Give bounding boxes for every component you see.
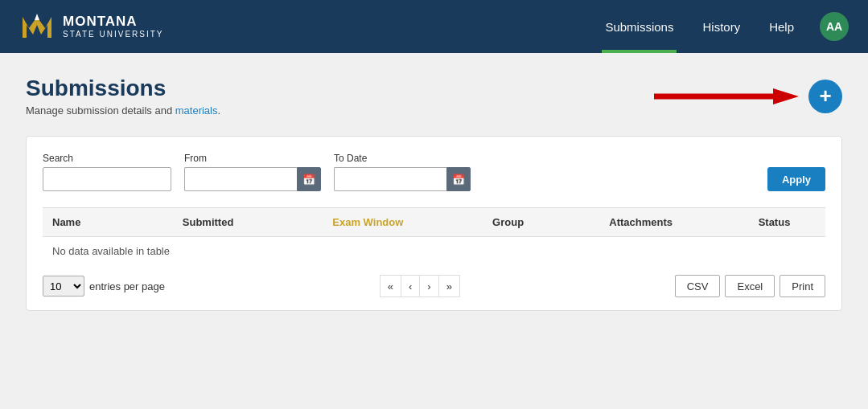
table-header: Name Submitted Exam Window Group Attachm… — [43, 208, 825, 237]
col-submitted: Submitted — [138, 208, 278, 237]
user-avatar[interactable]: AA — [820, 12, 849, 41]
pagination-next[interactable]: › — [419, 275, 438, 297]
table-row: No data available in table — [43, 237, 825, 266]
pagination-prev[interactable]: ‹ — [401, 275, 419, 297]
pagination-first[interactable]: « — [380, 275, 401, 297]
search-group: Search — [43, 153, 171, 191]
svg-marker-4 — [773, 88, 799, 104]
main-nav: Submissions History Help AA — [602, 0, 849, 53]
from-date-group: 📅 — [184, 167, 321, 191]
csv-button[interactable]: CSV — [675, 275, 721, 297]
col-name: Name — [43, 208, 138, 237]
from-date-input[interactable] — [184, 167, 297, 191]
app-header: MONTANA STATE UNIVERSITY Submissions His… — [0, 0, 868, 53]
main-content: Submissions Manage submission details an… — [0, 53, 868, 333]
arrow-plus-area: + — [654, 80, 842, 113]
to-date-input-group: 📅 — [334, 167, 471, 191]
nav-submissions[interactable]: Submissions — [602, 0, 677, 53]
calendar-icon: 📅 — [302, 174, 315, 186]
nav-history[interactable]: History — [699, 0, 743, 53]
search-input[interactable] — [43, 167, 171, 191]
search-label: Search — [43, 153, 171, 164]
no-data-message: No data available in table — [43, 237, 825, 266]
to-date-input[interactable] — [334, 167, 446, 191]
table-body: No data available in table — [43, 237, 825, 266]
red-arrow — [654, 85, 799, 108]
export-buttons: CSV Excel Print — [675, 275, 825, 297]
page-title: Submissions — [26, 76, 220, 101]
logo-text: MONTANA STATE UNIVERSITY — [63, 14, 164, 39]
from-label: From — [184, 153, 321, 164]
logo-state-univ: STATE UNIVERSITY — [63, 30, 164, 39]
entries-select[interactable]: 10 25 50 100 — [43, 276, 84, 297]
col-status: Status — [723, 208, 825, 237]
from-group: From 📅 — [184, 153, 321, 191]
pagination-last[interactable]: » — [438, 275, 460, 297]
page-subtitle: Manage submission details and materials. — [26, 104, 220, 117]
logo-montana: MONTANA — [63, 14, 164, 30]
to-calendar-button[interactable]: 📅 — [446, 167, 471, 191]
entries-label: entries per page — [89, 280, 165, 292]
page-title-area: Submissions Manage submission details an… — [26, 76, 220, 117]
apply-button[interactable]: Apply — [767, 167, 825, 191]
to-date-label: To Date — [334, 153, 471, 164]
excel-button[interactable]: Excel — [725, 275, 775, 297]
submissions-table: Name Submitted Exam Window Group Attachm… — [43, 208, 825, 265]
materials-link[interactable]: materials — [175, 104, 218, 117]
add-submission-button[interactable]: + — [808, 80, 842, 113]
table-footer: 10 25 50 100 entries per page « ‹ › » CS… — [43, 275, 825, 297]
submissions-card: Search From 📅 To Date 📅 — [26, 136, 842, 311]
col-attachments: Attachments — [558, 208, 723, 237]
nav-help[interactable]: Help — [766, 0, 797, 53]
from-calendar-button[interactable]: 📅 — [297, 167, 321, 191]
logo-area: MONTANA STATE UNIVERSITY — [19, 9, 164, 44]
col-group: Group — [458, 208, 558, 237]
pagination: « ‹ › » — [380, 275, 460, 297]
col-exam-window: Exam Window — [278, 208, 458, 237]
calendar-icon-2: 📅 — [452, 174, 465, 186]
to-date-group: To Date 📅 — [334, 153, 471, 191]
entries-per-page: 10 25 50 100 entries per page — [43, 276, 165, 297]
filter-row: Search From 📅 To Date 📅 — [43, 153, 825, 191]
msu-logo-icon — [19, 9, 55, 44]
page-header: Submissions Manage submission details an… — [26, 76, 842, 117]
print-button[interactable]: Print — [780, 275, 825, 297]
